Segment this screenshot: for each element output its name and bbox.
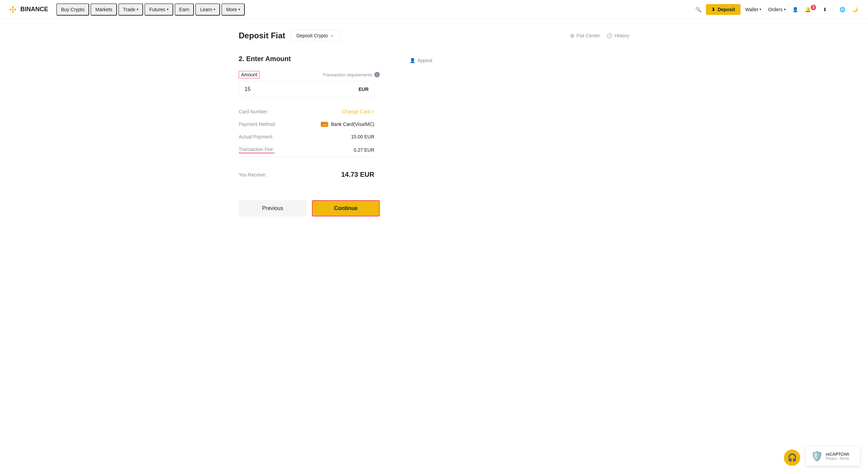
main-layout: 2. Enter Amount Amount Transaction requi… bbox=[239, 55, 629, 216]
continue-button[interactable]: Continue bbox=[312, 200, 380, 216]
history-icon: 🕐 bbox=[607, 33, 612, 38]
svg-marker-3 bbox=[12, 8, 14, 11]
moon-icon: 🌙 bbox=[852, 7, 858, 12]
globe-icon: 🌐 bbox=[840, 7, 845, 12]
svg-marker-4 bbox=[12, 11, 14, 13]
wallet-chevron-icon: ▾ bbox=[760, 7, 761, 11]
appeal-section: 👤 Appeal bbox=[410, 55, 432, 66]
amount-row: Amount Transaction requirements i bbox=[239, 71, 380, 78]
payment-method-label: Payment Method: bbox=[239, 121, 276, 127]
actual-payment-label: Actual Payment: bbox=[239, 134, 273, 139]
svg-marker-1 bbox=[9, 8, 12, 11]
nav-links: Buy Crypto Markets Trade ▾ Futures ▾ Ear… bbox=[56, 3, 693, 16]
binance-logo-icon bbox=[8, 5, 18, 14]
history-link[interactable]: 🕐 History bbox=[607, 33, 629, 38]
nav-actions: 🔍 ⬇ Deposit Wallet ▾ Orders ▾ 👤 🔔 3 ⬇ 🌐 bbox=[693, 4, 860, 15]
download-icon: ⬇ bbox=[823, 7, 827, 12]
actual-payment-value: 15.00 EUR bbox=[351, 134, 374, 139]
learn-chevron-icon: ▾ bbox=[214, 7, 215, 11]
page-header-left: Deposit Fiat Deposit Crypto → bbox=[239, 30, 340, 41]
transaction-requirements: Transaction requirements i bbox=[322, 72, 380, 77]
details-table: Card Number: Change Card > Payment Metho… bbox=[239, 106, 374, 157]
card-number-row: Card Number: Change Card > bbox=[239, 106, 374, 118]
card-icon: 💳 bbox=[321, 122, 328, 127]
logo-text: BINANCE bbox=[20, 6, 48, 13]
transaction-fee-label: Transaction Fee: bbox=[239, 147, 274, 153]
previous-button[interactable]: Previous bbox=[239, 200, 307, 216]
actual-payment-row: Actual Payment: 15.00 EUR bbox=[239, 131, 374, 143]
appeal-button[interactable]: 👤 Appeal bbox=[410, 55, 432, 66]
amount-input-wrapper: EUR bbox=[239, 81, 374, 97]
nav-more[interactable]: More ▾ bbox=[221, 3, 245, 16]
page-title: Deposit Fiat bbox=[239, 31, 285, 40]
transaction-fee-row: Transaction Fee: 0.27 EUR bbox=[239, 143, 374, 157]
receive-value: 14.73 EUR bbox=[341, 171, 374, 178]
amount-label: Amount bbox=[239, 71, 260, 78]
search-button[interactable]: 🔍 bbox=[693, 5, 703, 14]
nav-buy-crypto[interactable]: Buy Crypto bbox=[56, 3, 89, 16]
page-header-right: ⊞ Fiat Center 🕐 History bbox=[570, 33, 629, 38]
transaction-fee-value: 0.27 EUR bbox=[354, 147, 374, 153]
action-buttons: Previous Continue bbox=[239, 200, 380, 216]
receive-label: You Receive: bbox=[239, 172, 267, 177]
payment-method-value: 💳 Bank Card(Visa/MC) bbox=[321, 121, 374, 127]
nav-divider bbox=[833, 6, 833, 13]
page-container: Deposit Fiat Deposit Crypto → ⊞ Fiat Cen… bbox=[231, 19, 637, 227]
profile-icon: 👤 bbox=[792, 7, 798, 12]
payment-method-row: Payment Method: 💳 Bank Card(Visa/MC) bbox=[239, 118, 374, 131]
orders-button[interactable]: Orders ▾ bbox=[766, 5, 788, 14]
deposit-icon: ⬇ bbox=[711, 7, 715, 12]
svg-marker-0 bbox=[12, 6, 14, 8]
notification-badge: 3 bbox=[811, 5, 816, 10]
more-chevron-icon: ▾ bbox=[238, 7, 240, 11]
nav-futures[interactable]: Futures ▾ bbox=[144, 3, 173, 16]
globe-button[interactable]: 🌐 bbox=[837, 5, 847, 14]
notifications-wrapper: 🔔 3 bbox=[803, 5, 818, 14]
navbar: BINANCE Buy Crypto Markets Trade ▾ Futur… bbox=[0, 0, 868, 19]
logo[interactable]: BINANCE bbox=[8, 5, 48, 14]
nav-learn[interactable]: Learn ▾ bbox=[195, 3, 220, 16]
info-icon: i bbox=[374, 72, 380, 77]
theme-toggle[interactable]: 🌙 bbox=[850, 5, 860, 14]
page-header: Deposit Fiat Deposit Crypto → ⊞ Fiat Cen… bbox=[239, 30, 629, 41]
content-section: 2. Enter Amount Amount Transaction requi… bbox=[239, 55, 380, 216]
section-title: 2. Enter Amount bbox=[239, 55, 380, 63]
amount-input[interactable] bbox=[244, 86, 358, 92]
deposit-crypto-button[interactable]: Deposit Crypto → bbox=[291, 30, 339, 41]
profile-button[interactable]: 👤 bbox=[790, 5, 800, 14]
fiat-center-link[interactable]: ⊞ Fiat Center bbox=[570, 33, 600, 38]
wallet-button[interactable]: Wallet ▾ bbox=[743, 5, 763, 14]
orders-chevron-icon: ▾ bbox=[784, 7, 786, 11]
svg-marker-2 bbox=[14, 8, 17, 11]
nav-trade[interactable]: Trade ▾ bbox=[118, 3, 143, 16]
receive-row: You Receive: 14.73 EUR bbox=[239, 165, 374, 184]
search-icon: 🔍 bbox=[695, 7, 701, 12]
fiat-center-icon: ⊞ bbox=[570, 33, 574, 38]
deposit-button[interactable]: ⬇ Deposit bbox=[706, 4, 740, 15]
appeal-icon: 👤 bbox=[410, 58, 415, 63]
currency-label: EUR bbox=[358, 87, 369, 92]
bell-icon: 🔔 bbox=[805, 7, 811, 12]
nav-earn[interactable]: Earn bbox=[175, 3, 194, 16]
nav-markets[interactable]: Markets bbox=[91, 3, 117, 16]
download-button[interactable]: ⬇ bbox=[821, 5, 829, 14]
futures-chevron-icon: ▾ bbox=[167, 7, 169, 11]
trade-chevron-icon: ▾ bbox=[137, 7, 138, 11]
change-card-link[interactable]: Change Card > bbox=[342, 109, 374, 114]
card-number-label: Card Number: bbox=[239, 109, 269, 114]
